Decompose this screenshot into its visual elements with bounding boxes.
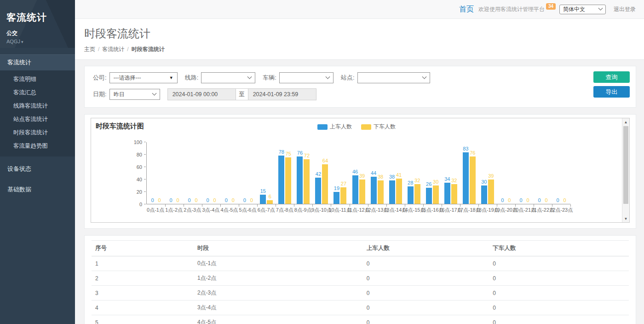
- scrollbar-thumb[interactable]: [623, 126, 628, 204]
- x-tick-label: 7点-8点: [276, 207, 293, 214]
- bar-group: 4438: [368, 142, 386, 204]
- date-preset-select[interactable]: 昨日: [109, 89, 160, 100]
- bar-value-label: 0: [526, 197, 529, 203]
- breadcrumb-link[interactable]: 主页: [84, 46, 95, 52]
- bar[interactable]: 28: [408, 186, 414, 204]
- bar-value-label: 32: [451, 178, 457, 183]
- bar-group: 7672: [294, 142, 312, 204]
- vehicle-select[interactable]: [279, 72, 334, 83]
- bar[interactable]: 26: [426, 188, 432, 204]
- app-title: 客流统计: [6, 11, 69, 24]
- logout-link[interactable]: 退出登录: [614, 6, 636, 13]
- sidebar-subitem[interactable]: 线路客流统计: [0, 99, 75, 113]
- bar-value-label: 30: [481, 179, 487, 185]
- breadcrumb-link[interactable]: 客流统计: [102, 46, 124, 52]
- bar[interactable]: 32: [451, 184, 457, 204]
- bar[interactable]: 46: [352, 175, 358, 204]
- sidebar-subitem[interactable]: 客流明细: [0, 73, 75, 86]
- sidebar-subitem[interactable]: 客流量趋势图: [0, 139, 75, 153]
- query-button[interactable]: 查询: [593, 71, 630, 83]
- bar[interactable]: 72: [304, 159, 310, 204]
- language-select[interactable]: 简体中文: [559, 5, 606, 14]
- scrollbar-down-icon[interactable]: ▼: [622, 215, 629, 222]
- stats-table: 序号时段上车人数下车人数 10点-1点0021点-2点0032点-3点0043点…: [92, 240, 629, 324]
- bar[interactable]: 76: [297, 156, 303, 204]
- bar[interactable]: 75: [285, 157, 291, 204]
- sidebar-subitem[interactable]: 时段客流统计: [0, 126, 75, 139]
- date-start-input[interactable]: 2024-01-09 00:00: [167, 88, 236, 100]
- x-tick-label: 5点-6点: [239, 207, 257, 214]
- legend-label: 下车人数: [374, 123, 396, 131]
- breadcrumb-separator: /: [98, 46, 99, 52]
- bar[interactable]: 39: [359, 179, 365, 204]
- bar[interactable]: 83: [463, 152, 469, 204]
- x-tick-cell: 5点-6点: [238, 207, 257, 214]
- bar-group: 3432: [442, 142, 460, 204]
- chart-container: 时段车流统计图 上车人数下车人数 020406080100 0000000000…: [91, 118, 630, 223]
- bar-group: 00: [147, 142, 165, 204]
- station-select[interactable]: [357, 72, 430, 83]
- company-name: 公交: [6, 29, 69, 37]
- date-end-input[interactable]: 2024-01-09 23:59: [248, 88, 316, 100]
- bar[interactable]: 27: [340, 187, 346, 204]
- bar-group: 00: [239, 142, 257, 204]
- bar[interactable]: 76: [470, 156, 476, 204]
- sidebar-item-passenger-stats[interactable]: 客流统计: [0, 54, 75, 70]
- company-code-dropdown[interactable]: AQGJ▾: [6, 39, 69, 44]
- date-preset-value: 昨日: [114, 91, 125, 98]
- bar-group: 3039: [478, 142, 497, 204]
- bar[interactable]: 64: [322, 164, 328, 204]
- chart-panel: 时段车流统计图 上车人数下车人数 020406080100 0000000000…: [84, 114, 636, 229]
- table-cell: 3点-4点: [194, 301, 363, 315]
- bar[interactable]: 6: [267, 200, 273, 204]
- bar[interactable]: 42: [315, 178, 321, 204]
- legend-item[interactable]: 上车人数: [317, 123, 352, 131]
- x-axis-labels: 0点-1点1点-2点2点-3点3点-4点4点-5点5点-6点6点-7点7点-8点…: [146, 207, 570, 214]
- bar-value-label: 64: [322, 158, 328, 163]
- bar[interactable]: 32: [414, 184, 420, 204]
- sidebar-subitem[interactable]: 站点客流统计: [0, 113, 75, 126]
- chevron-down-icon: [152, 91, 156, 95]
- bar[interactable]: 19: [334, 192, 339, 204]
- sidebar-item[interactable]: 基础数据: [0, 181, 75, 198]
- chart-legend: 上车人数下车人数: [91, 123, 622, 131]
- bar-group: 2832: [405, 142, 423, 204]
- bar[interactable]: 30: [481, 185, 487, 204]
- chart-scrollbar[interactable]: ▲ ▼: [622, 118, 629, 222]
- company-select[interactable]: ---请选择--- ▼: [109, 72, 178, 83]
- bar-group: 1927: [331, 142, 349, 204]
- bar[interactable]: 44: [371, 177, 377, 204]
- sidebar-logo-block: 客流统计 公交 AQGJ▾: [0, 0, 75, 48]
- table-row: 10点-1点00: [92, 256, 629, 271]
- bar[interactable]: 38: [389, 180, 395, 204]
- sidebar-subitem[interactable]: 客流汇总: [0, 86, 75, 99]
- line-select[interactable]: [201, 72, 255, 83]
- bar[interactable]: 39: [488, 179, 494, 204]
- bar-group: 00: [165, 142, 184, 204]
- bar[interactable]: 34: [444, 183, 450, 204]
- bar-value-label: 0: [195, 197, 198, 203]
- company-code-label: AQGJ: [6, 39, 20, 44]
- y-tick-label: 60: [137, 164, 142, 170]
- notification-badge: 34: [546, 3, 556, 10]
- x-tick-cell: 21点-22点: [534, 207, 552, 214]
- export-button[interactable]: 导出: [593, 86, 630, 98]
- bar-value-label: 46: [352, 169, 358, 174]
- bar[interactable]: 15: [260, 195, 266, 204]
- sidebar-item[interactable]: 设备状态: [0, 161, 75, 177]
- bar[interactable]: 38: [378, 180, 384, 204]
- bar-value-label: 38: [378, 174, 383, 179]
- legend-item[interactable]: 下车人数: [361, 123, 396, 131]
- home-link[interactable]: 首页: [459, 5, 474, 14]
- y-tick-icon: [144, 167, 146, 167]
- filter-row-1: 公司: ---请选择--- ▼ 线路: 车辆: 站点:: [93, 72, 627, 83]
- scrollbar-up-icon[interactable]: ▲: [622, 118, 629, 126]
- bar[interactable]: 30: [433, 185, 439, 204]
- legend-swatch: [317, 124, 328, 130]
- bar[interactable]: 78: [278, 156, 284, 204]
- x-tick-cell: 8点-9点: [294, 207, 312, 214]
- bar-value-label: 41: [396, 172, 402, 178]
- breadcrumb: 主页/客流统计/时段客流统计: [84, 46, 644, 53]
- chevron-down-icon: [247, 74, 252, 79]
- bar[interactable]: 41: [396, 179, 402, 204]
